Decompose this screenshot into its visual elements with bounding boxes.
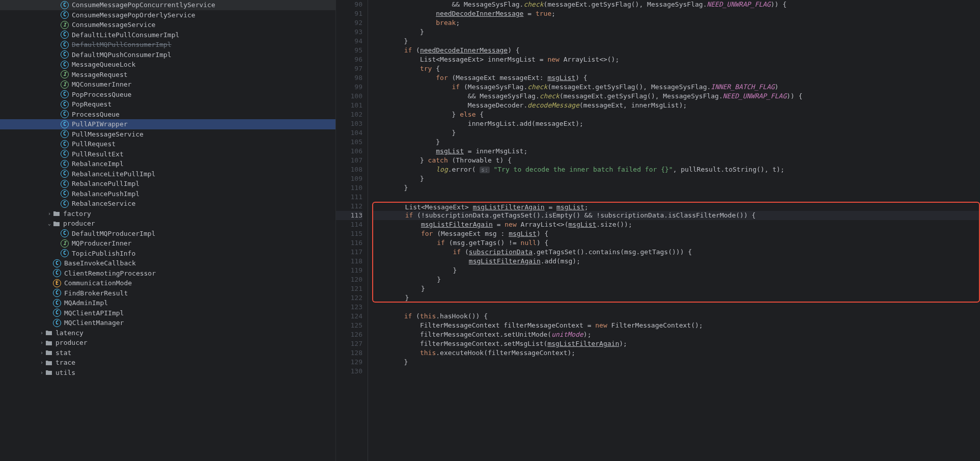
code-line[interactable]: if (msg.getTags() != null) { — [372, 238, 980, 248]
code-line[interactable]: } — [372, 138, 980, 147]
line-number[interactable]: 112 — [336, 202, 362, 211]
line-number[interactable]: 93 — [336, 28, 362, 37]
tree-item[interactable]: CPullRequest — [0, 139, 335, 149]
code-line[interactable]: break; — [372, 18, 980, 28]
code-line[interactable]: msgListFilterAgain.add(msg); — [372, 257, 980, 266]
line-number[interactable]: 94 — [336, 37, 362, 46]
line-number[interactable]: 125 — [336, 321, 362, 330]
tree-item[interactable]: CFindBrokerResult — [0, 288, 335, 299]
line-number[interactable]: 130 — [336, 367, 362, 376]
code-line[interactable]: for (MessageExt messageExt: msgList) { — [372, 73, 980, 83]
code-line[interactable]: if (this.hasHook()) { — [372, 312, 980, 321]
line-number[interactable]: 100 — [336, 92, 362, 101]
code-line[interactable]: if (MessageSysFlag.check(messageExt.getS… — [372, 83, 980, 92]
chevron-icon[interactable]: › — [38, 330, 45, 336]
code-line[interactable]: } — [372, 183, 980, 193]
line-number[interactable]: 102 — [336, 110, 362, 119]
tree-item[interactable]: CConsumeMessagePopConcurrentlyService — [0, 0, 335, 10]
line-number[interactable]: 122 — [336, 293, 362, 303]
code-line[interactable]: } — [372, 284, 980, 293]
line-number[interactable]: 98 — [336, 73, 362, 83]
code-line[interactable]: } — [372, 174, 980, 183]
code-line[interactable]: } — [372, 293, 980, 303]
tree-item[interactable]: IConsumeMessageService — [0, 20, 335, 30]
code-line[interactable]: && MessageSysFlag.check(messageExt.getSy… — [372, 0, 980, 9]
code-line[interactable] — [372, 193, 980, 202]
tree-item[interactable]: CRebalancePushImpl — [0, 189, 335, 199]
line-number[interactable]: 119 — [336, 266, 362, 275]
line-number[interactable]: 120 — [336, 275, 362, 284]
tree-item[interactable]: CTopicPublishInfo — [0, 249, 335, 259]
tree-item[interactable]: ›trace — [0, 358, 335, 368]
line-number[interactable]: 128 — [336, 348, 362, 358]
line-number[interactable]: 127 — [336, 339, 362, 348]
line-number[interactable]: 121 — [336, 284, 362, 293]
tree-item[interactable]: ›stat — [0, 348, 335, 358]
tree-item[interactable]: ⌄producer — [0, 219, 335, 229]
code-line[interactable]: try { — [372, 64, 980, 73]
line-number[interactable]: 101 — [336, 101, 362, 110]
code-line[interactable]: needDecodeInnerMessage = true; — [372, 9, 980, 18]
code-line[interactable]: } catch (Throwable t) { — [372, 156, 980, 165]
code-line[interactable]: } — [372, 128, 980, 138]
line-number[interactable]: 115 — [336, 229, 362, 238]
chevron-icon[interactable]: › — [46, 211, 53, 216]
code-line[interactable]: this.executeHook(filterMessageContext); — [372, 348, 980, 358]
project-tree[interactable]: CConsumeMessagePopConcurrentlyServiceCCo… — [0, 0, 336, 461]
line-number[interactable]: 117 — [336, 248, 362, 257]
tree-item[interactable]: CPullMessageService — [0, 129, 335, 140]
tree-item[interactable]: IMessageRequest — [0, 70, 335, 80]
code-line[interactable]: filterMessageContext.setUnitMode(unitMod… — [372, 330, 980, 339]
tree-item[interactable]: CRebalanceService — [0, 199, 335, 209]
tree-item[interactable]: IMQConsumerInner — [0, 79, 335, 90]
tree-item[interactable]: ›factory — [0, 209, 335, 219]
code-line[interactable]: } — [372, 37, 980, 46]
line-number[interactable]: 108 — [336, 165, 362, 174]
tree-item[interactable]: CDefaultLitePullConsumerImpl — [0, 30, 335, 40]
chevron-icon[interactable]: › — [38, 360, 45, 365]
code-line[interactable]: for (MessageExt msg : msgList) { — [372, 229, 980, 238]
tree-item[interactable]: CPullAPIWrapper — [0, 119, 335, 129]
tree-item[interactable]: CRebalanceLitePullImpl — [0, 169, 335, 179]
line-number[interactable]: 114 — [336, 220, 362, 229]
tree-item[interactable]: CProcessQueue — [0, 110, 335, 120]
line-number[interactable]: 123 — [336, 303, 362, 312]
code-line[interactable]: if (!subscriptionData.getTagsSet().isEmp… — [372, 211, 980, 220]
line-number[interactable]: 116 — [336, 238, 362, 248]
code-line[interactable]: innerMsgList.add(messageExt); — [372, 119, 980, 128]
line-number[interactable]: 96 — [336, 55, 362, 64]
line-number[interactable]: 95 — [336, 46, 362, 55]
code-line[interactable]: if (subscriptionData.getTagsSet().contai… — [372, 248, 980, 257]
tree-item[interactable]: ›utils — [0, 368, 335, 378]
line-number[interactable]: 97 — [336, 64, 362, 73]
tree-item[interactable]: ›producer — [0, 338, 335, 348]
tree-item[interactable]: CMQClientManager — [0, 318, 335, 328]
tree-item[interactable]: CClientRemotingProcessor — [0, 268, 335, 279]
code-line[interactable]: } — [372, 28, 980, 37]
line-number[interactable]: 90 — [336, 0, 362, 9]
line-number[interactable]: 91 — [336, 9, 362, 18]
line-number[interactable]: 99 — [336, 83, 362, 92]
code-line[interactable]: } — [372, 358, 980, 367]
code-line[interactable]: } — [372, 266, 980, 275]
code-line[interactable]: log.error( s: "Try to decode the inner b… — [372, 165, 980, 174]
code-line[interactable]: FilterMessageContext filterMessageContex… — [372, 321, 980, 330]
code-line[interactable]: } — [372, 275, 980, 284]
tree-item[interactable]: CPopRequest — [0, 99, 335, 110]
tree-item[interactable]: IMQProducerInner — [0, 238, 335, 249]
tree-item[interactable]: CDefaultMQProducerImpl — [0, 229, 335, 239]
tree-item[interactable]: CPopProcessQueue — [0, 90, 335, 100]
code-line[interactable]: msgList = innerMsgList; — [372, 147, 980, 156]
tree-item[interactable]: CMQAdminImpl — [0, 298, 335, 308]
tree-item[interactable]: CRebalanceImpl — [0, 159, 335, 169]
tree-item[interactable]: CMQClientAPIImpl — [0, 308, 335, 318]
code-line[interactable]: if (needDecodeInnerMessage) { — [372, 46, 980, 55]
code-line[interactable] — [372, 303, 980, 312]
code-line[interactable]: List<MessageExt> msgListFilterAgain = ms… — [372, 202, 980, 211]
tree-item[interactable]: CDefaultMQPushConsumerImpl — [0, 50, 335, 60]
line-number[interactable]: 105 — [336, 138, 362, 147]
chevron-icon[interactable]: › — [38, 340, 45, 345]
code-line[interactable]: && MessageSysFlag.check(messageExt.getSy… — [372, 92, 980, 101]
line-number[interactable]: 124 — [336, 312, 362, 321]
tree-item[interactable]: ›latency — [0, 328, 335, 338]
